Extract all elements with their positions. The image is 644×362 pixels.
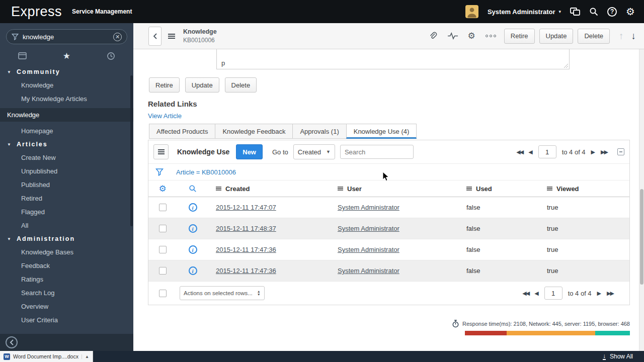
next-record-icon[interactable]: ↓ bbox=[631, 31, 636, 42]
list-personalize-gear-icon[interactable]: ⚙ bbox=[158, 185, 166, 193]
retire-button-form[interactable]: Retire bbox=[149, 77, 180, 93]
nav-item-ratings[interactable]: Ratings bbox=[0, 273, 133, 286]
list-menu-icon[interactable] bbox=[153, 144, 169, 159]
first-page-icon[interactable]: ◀◀ bbox=[516, 149, 523, 155]
sidebar-scrollbar[interactable] bbox=[130, 75, 133, 226]
nav-section-articles[interactable]: ▼ Articles bbox=[0, 138, 133, 151]
nav-section-administration[interactable]: ▼ Administration bbox=[0, 232, 133, 245]
personalize-gear-icon[interactable]: ⚙ bbox=[468, 32, 475, 40]
nav-app-knowledge[interactable]: Knowledge bbox=[0, 108, 133, 122]
goto-field-select[interactable]: Created ▼ bbox=[293, 144, 335, 159]
previous-page-icon[interactable]: ◀ bbox=[528, 149, 532, 155]
navigator-search[interactable]: ✕ bbox=[6, 29, 127, 44]
update-button-form[interactable]: Update bbox=[185, 77, 219, 93]
clear-search-icon[interactable]: ✕ bbox=[113, 33, 122, 41]
column-header-used[interactable]: Used bbox=[459, 180, 540, 197]
nav-item-feedback[interactable]: Feedback bbox=[0, 259, 133, 273]
record-preview-icon[interactable]: i bbox=[189, 266, 197, 275]
next-page-icon[interactable]: ▶ bbox=[597, 290, 601, 297]
nav-item-create-new[interactable]: Create New bbox=[0, 151, 133, 164]
download-item[interactable]: W Word Document Imp....docx ▲ bbox=[0, 351, 93, 362]
created-link[interactable]: 2015-12-11 17:47:36 bbox=[216, 246, 276, 253]
user-link[interactable]: System Administrator bbox=[338, 204, 399, 211]
nav-item-homepage[interactable]: Homepage bbox=[0, 124, 133, 138]
tab-approvals[interactable]: Approvals (1) bbox=[292, 124, 346, 139]
delete-button-form[interactable]: Delete bbox=[225, 77, 257, 93]
gear-icon[interactable]: ⚙ bbox=[626, 7, 635, 17]
user-link[interactable]: System Administrator bbox=[338, 246, 399, 253]
nav-item-all[interactable]: All bbox=[0, 219, 133, 232]
page-number-input[interactable] bbox=[544, 287, 562, 300]
nav-item-my-knowledge-articles[interactable]: My Knowledge Articles bbox=[0, 92, 133, 106]
new-button[interactable]: New bbox=[236, 144, 263, 159]
show-all-downloads[interactable]: ↓ Show All bbox=[603, 353, 633, 360]
all-apps-icon[interactable] bbox=[18, 52, 27, 60]
resize-handle[interactable] bbox=[563, 63, 568, 68]
minimize-list-icon[interactable] bbox=[617, 148, 624, 155]
list-search-input[interactable] bbox=[340, 145, 414, 159]
created-link[interactable]: 2015-12-11 17:47:07 bbox=[216, 204, 276, 211]
first-page-icon[interactable]: ◀◀ bbox=[522, 290, 529, 297]
previous-page-icon[interactable]: ◀ bbox=[534, 290, 538, 297]
collapse-sidebar-button[interactable] bbox=[6, 336, 18, 348]
filter-breadcrumb-link[interactable]: Article = KB0010006 bbox=[176, 168, 236, 176]
column-header-viewed[interactable]: Viewed bbox=[540, 180, 629, 197]
search-icon[interactable] bbox=[589, 7, 598, 16]
last-page-icon[interactable]: ▶▶ bbox=[607, 290, 613, 297]
page-number-input[interactable] bbox=[538, 145, 556, 158]
column-search-icon[interactable] bbox=[189, 185, 197, 193]
column-header-user[interactable]: User bbox=[331, 180, 459, 197]
attachment-paperclip-icon[interactable] bbox=[429, 32, 438, 40]
nav-item-search-log[interactable]: Search Log bbox=[0, 286, 133, 300]
update-button[interactable]: Update bbox=[539, 29, 574, 44]
record-preview-icon[interactable]: i bbox=[189, 203, 197, 212]
more-options-icon[interactable] bbox=[486, 35, 496, 37]
column-header-created[interactable]: Created bbox=[209, 180, 331, 197]
nav-item-flagged[interactable]: Flagged bbox=[0, 205, 133, 219]
view-article-link[interactable]: View Article bbox=[148, 112, 182, 120]
nav-item-knowledge-bases[interactable]: Knowledge Bases bbox=[0, 245, 133, 259]
created-link[interactable]: 2015-12-11 17:47:36 bbox=[216, 267, 276, 275]
favorites-star-icon[interactable]: ★ bbox=[63, 51, 70, 61]
user-link[interactable]: System Administrator bbox=[338, 225, 399, 232]
created-link[interactable]: 2015-12-11 17:48:37 bbox=[216, 225, 276, 232]
tab-knowledge-feedback[interactable]: Knowledge Feedback bbox=[215, 124, 292, 139]
history-clock-icon[interactable] bbox=[107, 52, 115, 60]
nav-item-user-criteria[interactable]: User Criteria bbox=[0, 313, 133, 327]
row-checkbox[interactable] bbox=[159, 246, 167, 253]
avatar[interactable] bbox=[465, 5, 478, 18]
record-context-menu-icon[interactable] bbox=[168, 34, 175, 39]
record-preview-icon[interactable]: i bbox=[189, 245, 197, 254]
nav-item-retired[interactable]: Retired bbox=[0, 192, 133, 205]
tab-affected-products[interactable]: Affected Products bbox=[149, 124, 215, 139]
user-menu[interactable]: System Administrator ▾ bbox=[488, 8, 561, 16]
delete-button[interactable]: Delete bbox=[578, 29, 610, 44]
tab-knowledge-use[interactable]: Knowledge Use (4) bbox=[346, 124, 417, 139]
activity-stream-icon[interactable] bbox=[448, 32, 458, 40]
stopwatch-icon[interactable] bbox=[452, 320, 459, 328]
nav-item-published[interactable]: Published bbox=[0, 178, 133, 192]
actions-select[interactable]: Actions on selected rows... ▲▼ bbox=[180, 286, 265, 300]
record-preview-icon[interactable]: i bbox=[189, 224, 197, 233]
back-button[interactable] bbox=[148, 27, 162, 46]
filter-funnel-icon[interactable] bbox=[155, 168, 164, 176]
help-icon[interactable]: ? bbox=[607, 7, 617, 17]
nav-item-knowledge[interactable]: Knowledge bbox=[0, 78, 133, 92]
nav-section-community[interactable]: ▼ Community bbox=[0, 65, 133, 78]
split-screen-icon[interactable] bbox=[570, 8, 580, 16]
content-scrollbar[interactable] bbox=[639, 49, 644, 351]
retire-button[interactable]: Retire bbox=[504, 29, 535, 44]
select-all-checkbox[interactable] bbox=[159, 290, 167, 297]
row-checkbox[interactable] bbox=[159, 267, 167, 275]
row-checkbox[interactable] bbox=[159, 204, 167, 211]
user-link[interactable]: System Administrator bbox=[338, 267, 399, 275]
nav-item-unpublished[interactable]: Unpublished bbox=[0, 164, 133, 178]
row-checkbox[interactable] bbox=[159, 225, 167, 232]
scrollbar-thumb[interactable] bbox=[640, 189, 643, 285]
next-page-icon[interactable]: ▶ bbox=[591, 149, 595, 155]
nav-item-overview[interactable]: Overview bbox=[0, 300, 133, 313]
download-caret-icon[interactable]: ▲ bbox=[82, 354, 89, 359]
richtext-editor-field[interactable]: p bbox=[216, 49, 570, 69]
last-page-icon[interactable]: ▶▶ bbox=[601, 149, 607, 155]
search-input[interactable] bbox=[23, 33, 109, 41]
